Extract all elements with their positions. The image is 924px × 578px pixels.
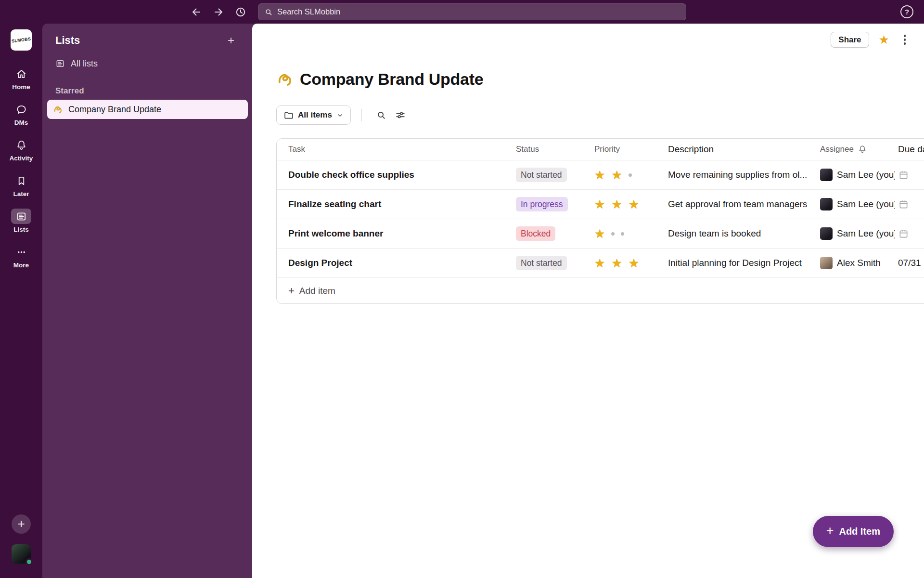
assignee-name: Sam Lee (you)	[837, 199, 895, 210]
calendar-icon	[898, 199, 909, 210]
search-bar[interactable]	[258, 3, 686, 20]
assignee-avatar	[820, 198, 833, 210]
list-view: Share ★ Company Brand Update All items	[252, 24, 924, 578]
priority-star-filled-icon: ★	[629, 198, 639, 210]
task-description[interactable]: Initial planning for Design Project	[668, 258, 820, 268]
column-header-due[interactable]: Due date	[898, 144, 924, 155]
lists-active-indicator	[11, 209, 31, 224]
add-item-button[interactable]: + Add Item	[813, 516, 894, 547]
filter-settings-button[interactable]	[391, 105, 410, 125]
new-list-button[interactable]: +	[224, 34, 238, 47]
status-badge[interactable]: In progress	[516, 197, 568, 211]
star-favorite-icon[interactable]: ★	[879, 34, 889, 46]
due-date-cell[interactable]	[898, 170, 924, 181]
calendar-icon	[898, 170, 909, 181]
task-name[interactable]: Design Project	[277, 258, 516, 268]
rail-label: Lists	[13, 226, 29, 233]
rail-item-dms[interactable]: DMs	[3, 102, 39, 126]
rail-label: Home	[12, 83, 30, 91]
priority-star-filled-icon: ★	[594, 228, 605, 240]
plus-icon: +	[288, 286, 295, 296]
column-header-status[interactable]: Status	[516, 144, 594, 154]
curly-loop-emoji	[53, 105, 63, 115]
rail-label: Activity	[10, 155, 33, 162]
rail-label: DMs	[14, 119, 28, 126]
table-row[interactable]: Print welcome banner Blocked ★ Design te…	[277, 219, 924, 249]
status-badge	[26, 558, 33, 565]
table-row[interactable]: Finalize seating chart In progress ★★★ G…	[277, 190, 924, 219]
search-input[interactable]	[277, 7, 680, 16]
table-row[interactable]: Double check office supplies Not started…	[277, 160, 924, 190]
sidebar-item-company-brand-update[interactable]: Company Brand Update	[47, 100, 248, 119]
priority-star-filled-icon: ★	[594, 198, 605, 210]
all-lists-icon	[55, 59, 65, 68]
all-items-dropdown[interactable]: All items	[276, 105, 351, 125]
assignee-cell[interactable]: Sam Lee (you)	[820, 198, 898, 210]
help-icon[interactable]: ?	[900, 5, 913, 18]
priority-rating[interactable]: ★★★	[594, 198, 668, 210]
all-lists-label: All lists	[71, 59, 98, 69]
priority-star-filled-icon: ★	[594, 169, 605, 181]
rail-item-activity[interactable]: Activity	[3, 137, 39, 162]
folder-icon	[283, 110, 294, 120]
sidebar-item-all-lists[interactable]: All lists	[47, 55, 248, 72]
column-header-description[interactable]: Description	[668, 144, 820, 155]
priority-rating[interactable]: ★	[594, 228, 668, 240]
column-header-task[interactable]: Task	[277, 144, 516, 154]
assignee-cell[interactable]: Sam Lee (you)	[820, 169, 898, 181]
assignee-cell[interactable]: Alex Smith	[820, 257, 898, 269]
task-description[interactable]: Move remaining supplies from ol...	[668, 170, 820, 180]
task-name[interactable]: Print welcome banner	[277, 228, 516, 239]
task-name[interactable]: Double check office supplies	[277, 170, 516, 180]
rail-label: Later	[13, 190, 29, 197]
add-item-row-label: Add item	[299, 286, 335, 296]
table-row[interactable]: Design Project Not started ★★★ Initial p…	[277, 249, 924, 278]
status-badge[interactable]: Not started	[516, 256, 567, 270]
priority-dot-empty-icon	[611, 232, 615, 236]
status-badge[interactable]: Not started	[516, 168, 567, 182]
table-header-row: Task Status Priority Description Assigne…	[277, 139, 924, 160]
priority-rating[interactable]: ★★★	[594, 257, 668, 269]
history-clock-icon[interactable]	[235, 6, 246, 18]
due-date-cell[interactable]: 07/31	[898, 258, 924, 268]
due-date-cell[interactable]	[898, 199, 924, 210]
priority-dot-empty-icon	[621, 232, 624, 236]
lists-sidebar: Lists + All lists Starred Company Brand …	[42, 24, 252, 578]
status-badge[interactable]: Blocked	[516, 226, 555, 241]
column-header-assignee[interactable]: Assignee	[820, 144, 898, 154]
task-description[interactable]: Design team is booked	[668, 228, 820, 239]
search-items-button[interactable]	[372, 105, 391, 125]
priority-star-filled-icon: ★	[611, 257, 622, 269]
back-arrow-icon[interactable]	[191, 6, 202, 18]
priority-star-filled-icon: ★	[594, 257, 605, 269]
user-avatar[interactable]	[12, 544, 31, 564]
column-header-priority[interactable]: Priority	[594, 144, 668, 154]
priority-star-filled-icon: ★	[611, 169, 622, 181]
task-name[interactable]: Finalize seating chart	[277, 199, 516, 210]
forward-arrow-icon[interactable]	[213, 6, 224, 18]
kebab-menu-icon[interactable]	[899, 33, 911, 47]
priority-dot-empty-icon	[629, 173, 632, 177]
workspace-logo[interactable]: SLMOBS	[11, 29, 32, 51]
add-item-row[interactable]: + Add item	[277, 278, 924, 303]
priority-star-filled-icon: ★	[611, 198, 622, 210]
rail-item-later[interactable]: Later	[3, 173, 39, 197]
due-date-cell[interactable]	[898, 228, 924, 239]
all-items-label: All items	[298, 110, 332, 120]
chevron-down-icon	[336, 112, 344, 119]
rail-item-lists[interactable]: Lists	[3, 209, 39, 233]
rail-item-more[interactable]: More	[3, 244, 39, 269]
search-icon	[264, 8, 273, 16]
workspace-rail: SLMOBS Home DMs Activity Later Lists Mor…	[0, 24, 42, 578]
rail-item-home[interactable]: Home	[3, 66, 39, 91]
priority-rating[interactable]: ★★	[594, 169, 668, 181]
rail-label: More	[13, 262, 29, 269]
create-new-button[interactable]: +	[12, 514, 31, 534]
home-icon	[16, 68, 27, 79]
later-bookmark-icon	[16, 175, 27, 186]
assignee-avatar	[820, 257, 833, 269]
task-description[interactable]: Get approval from team managers	[668, 199, 820, 210]
assignee-cell[interactable]: Sam Lee (you)	[820, 227, 898, 240]
share-button[interactable]: Share	[831, 32, 869, 48]
page-title: Company Brand Update	[300, 70, 483, 89]
